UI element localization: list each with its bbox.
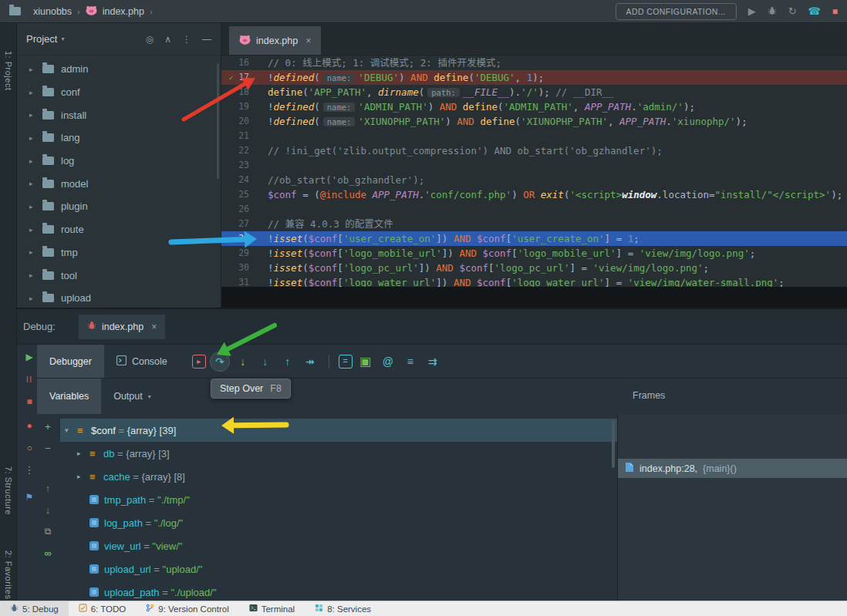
tree-item-label: lang [61, 132, 80, 143]
locate-file-icon[interactable]: ◎ [146, 34, 154, 45]
tab-output-label: Output [113, 391, 143, 402]
statusbar-version-control[interactable]: 9: Version Control [136, 601, 238, 616]
variable-name: view_url [104, 540, 141, 552]
console-icon [116, 355, 127, 368]
variable-row[interactable]: view_url = "view/" [60, 534, 617, 557]
variables-tree: ▾≡$conf = {array} [39]▸≡db = {array} [3]… [60, 414, 617, 601]
add-configuration-button[interactable]: ADD CONFIGURATION... [616, 3, 737, 20]
project-tree-item[interactable]: ▸conf [17, 81, 221, 104]
code-line: 19!defined(name:'ADMIN_PATH') AND define… [221, 99, 847, 114]
hide-panel-icon[interactable]: — [202, 34, 211, 45]
pig-icon [86, 5, 97, 18]
folder-icon [42, 133, 54, 142]
remove-watch-icon[interactable]: − [40, 443, 56, 453]
variable-row[interactable]: tmp_path = "./tmp/" [60, 488, 617, 511]
statusbar-debug[interactable]: 5: Debug [0, 601, 69, 616]
frame-row[interactable]: index.php:28, {main}() [618, 459, 847, 478]
project-tree-item[interactable]: ▸admin [17, 58, 221, 81]
statusbar-debug-label: 5: Debug [22, 604, 59, 614]
project-scrollbar[interactable] [217, 63, 219, 179]
stripe-button-structure[interactable]: 7: Structure [0, 452, 17, 529]
statusbar-terminal[interactable]: Terminal [239, 601, 305, 616]
run-to-cursor-icon[interactable]: ↠ [301, 352, 319, 371]
force-step-into-icon[interactable]: ↓ [256, 352, 275, 371]
project-tree-item[interactable]: ▸route [17, 218, 221, 241]
listen-debug-connections-icon[interactable]: ☎ [808, 6, 821, 16]
project-tree-item[interactable]: ▸plugin [17, 195, 221, 218]
tool-window-stripe: 1: Project 7: Structure 2: Favorites ★ [0, 23, 17, 601]
show-execution-point-icon[interactable]: ▸ [192, 355, 206, 369]
resume-program-icon[interactable]: ▶ [22, 352, 36, 362]
run-icon[interactable]: ▶ [748, 6, 756, 16]
tree-item-label: tool [61, 270, 77, 281]
frame-context: {main}() [703, 463, 737, 474]
statusbar-todo[interactable]: 6: TODO [69, 601, 137, 616]
variable-row[interactable]: ▸≡db = {array} [3] [60, 442, 617, 465]
move-up-icon[interactable]: ↑ [40, 483, 56, 493]
run-to-end-icon[interactable]: ⇉ [424, 352, 442, 371]
tab-debugger[interactable]: Debugger [37, 345, 104, 378]
array-icon: ≡ [89, 448, 103, 459]
more-actions-icon[interactable]: ⋮ [22, 465, 36, 475]
folder-icon [42, 225, 54, 234]
threads-list-icon[interactable]: ≡ [401, 352, 420, 371]
pin-tab-icon[interactable]: ⚑ [22, 493, 36, 502]
tab-console[interactable]: Console [104, 345, 180, 378]
project-tree-item[interactable]: ▸tmp [17, 241, 221, 264]
more-options-icon[interactable]: ⋮ [182, 34, 191, 45]
copy-icon[interactable]: ⧉ [40, 527, 56, 536]
at-mentions-icon[interactable]: @ [379, 352, 397, 371]
project-tree-item[interactable]: ▸model [17, 172, 221, 195]
tab-output[interactable]: Output ▾ [101, 379, 164, 414]
variable-row[interactable]: upload_path = "./upload/" [60, 581, 617, 601]
console-command-icon[interactable]: ▣ [356, 352, 375, 371]
step-over-icon[interactable]: ↷ [210, 352, 230, 372]
variable-row[interactable]: log_path = "./log/" [60, 511, 617, 534]
stop-debug-icon[interactable]: ■ [22, 397, 36, 406]
restart-icon[interactable]: ↻ [788, 6, 797, 16]
watches-glasses-icon[interactable]: ∞ [40, 548, 56, 558]
variable-row[interactable]: ▾≡$conf = {array} [39] [60, 419, 617, 442]
variable-row[interactable]: upload_url = "upload/" [60, 557, 617, 581]
code-area[interactable]: 16// 0: 线上模式; 1: 调试模式; 2: 插件开发模式;✓17!def… [221, 56, 847, 287]
pause-program-icon[interactable]: ⅠⅠ [22, 375, 36, 384]
debug-header: Debug: index.php × [17, 309, 847, 345]
collapse-all-icon[interactable]: ∧ [164, 34, 171, 45]
add-watch-icon[interactable]: + [40, 422, 56, 432]
project-tree-item[interactable]: ▸log [17, 150, 221, 173]
tab-variables[interactable]: Variables [37, 379, 101, 414]
folder-icon [42, 88, 54, 96]
close-session-icon[interactable]: × [151, 321, 157, 332]
project-panel-header: Project ▾ ◎ ∧ ⋮ — [17, 23, 221, 56]
project-tree-item[interactable]: ▸install [17, 103, 221, 126]
project-tree-item[interactable]: ▸lang [17, 126, 221, 150]
project-tree-item[interactable]: ▸upload [17, 287, 221, 308]
debug-session-tab[interactable]: index.php × [79, 315, 165, 339]
frames-title: Frames [633, 390, 665, 401]
view-breakpoints-icon[interactable]: ● [22, 421, 36, 430]
debugger-subtab-row: Variables Output ▾ Frames [37, 379, 847, 414]
run-toolbar: ADD CONFIGURATION... ▶ ↻ ☎ ■ [616, 3, 839, 20]
breadcrumb-project[interactable]: xiunobbs [33, 6, 72, 17]
chevron-down-icon: ▾ [148, 393, 151, 400]
editor-tab-index-php[interactable]: index.php × [229, 26, 321, 55]
variables-scrollbar[interactable] [612, 420, 615, 468]
step-out-icon[interactable]: ↑ [278, 352, 297, 371]
step-into-icon[interactable]: ↓ [234, 352, 252, 371]
move-down-icon[interactable]: ↓ [40, 505, 56, 515]
stop-icon[interactable]: ■ [832, 7, 838, 16]
project-panel-title[interactable]: Project [26, 33, 57, 45]
chevron-down-icon[interactable]: ▾ [61, 35, 64, 42]
statusbar-services[interactable]: 8: Services [305, 601, 381, 616]
close-tab-icon[interactable]: × [305, 35, 311, 46]
mute-breakpoints-icon[interactable]: ○ [22, 443, 36, 453]
tree-item-label: model [61, 178, 88, 190]
breadcrumb-file[interactable]: index.php [103, 6, 144, 17]
todo-icon [79, 604, 87, 614]
stripe-button-project[interactable]: 1: Project [0, 34, 17, 108]
debug-bug-icon[interactable] [768, 6, 777, 17]
project-tree-item[interactable]: ▸tool [17, 264, 221, 287]
variable-row[interactable]: ▸≡cache = {array} [8] [60, 465, 617, 488]
editor-hscrollbar[interactable] [221, 287, 847, 308]
evaluate-expression-icon[interactable]: = [339, 355, 353, 369]
